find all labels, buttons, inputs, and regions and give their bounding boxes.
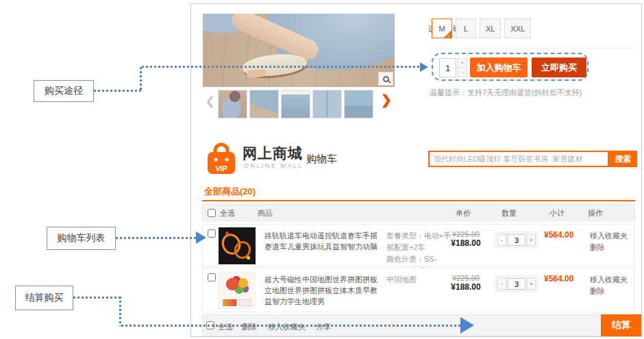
col-select-all[interactable]: 全选	[220, 208, 235, 218]
magnifier-icon	[383, 76, 389, 82]
svg-text:VIP: VIP	[215, 164, 227, 173]
page: ❮ ❯ 选择尺码： M L XL XXL + - 加入购物车 立即购买 温馨提示…	[0, 0, 644, 339]
image-zoom-button[interactable]	[378, 72, 393, 86]
map-shape	[224, 275, 251, 297]
purchase-path-highlight	[432, 53, 589, 81]
product-title[interactable]: 路轨轨道车电动遥控轨道赛车手摇赛道车儿童男孩玩具益智智力动脑	[264, 230, 384, 252]
thumbnail-strip	[218, 90, 373, 118]
cart-row-1: 路轨轨道车电动遥控轨道赛车手摇赛道车儿童男孩玩具益智智力动脑 套餐类型：电动+手…	[202, 224, 635, 266]
tab-underline	[202, 200, 635, 201]
delete-link[interactable]: 删除	[590, 242, 628, 253]
checkout-button[interactable]: 结算	[601, 314, 641, 336]
row-actions: 移入收藏夹 删除	[590, 274, 628, 297]
divider	[428, 48, 636, 49]
thumbnail-3[interactable]	[281, 90, 310, 118]
increase-button[interactable]: +	[527, 234, 536, 246]
decrease-button[interactable]: -	[497, 234, 506, 246]
row-quantity-input[interactable]	[508, 278, 525, 290]
original-price: ¥225.00	[448, 230, 484, 238]
col-unit-price: 单价	[456, 208, 471, 218]
original-price: ¥225.00	[448, 274, 484, 282]
product-title[interactable]: 超大号磁性中国地图世界拼图拼板立地图世界拼图拼板立体木质早教益智力学生地理男	[264, 274, 384, 307]
size-chip-xl[interactable]: XL	[480, 18, 501, 38]
product-image-track-toy[interactable]	[219, 227, 256, 264]
search-input[interactable]	[428, 151, 609, 167]
table-header: 全选 商品 单价 数量 小计 操作	[202, 204, 635, 221]
col-quantity: 数量	[501, 208, 517, 218]
thumbnail-4[interactable]	[312, 90, 342, 118]
row-quantity-stepper: - +	[495, 275, 538, 292]
search-button[interactable]: 搜索	[609, 151, 637, 167]
purchase-path-connector	[140, 67, 142, 92]
subtotal-value: ¥564.00	[544, 274, 573, 284]
price-cell: ¥225.00 ¥188.00	[448, 230, 484, 248]
row-checkbox[interactable]	[208, 229, 216, 238]
row-actions: 移入收藏夹 删除	[590, 230, 628, 253]
decrease-button[interactable]: -	[497, 278, 506, 290]
product-image-map-puzzle[interactable]	[219, 272, 256, 309]
subtotal-value: ¥564.00	[544, 230, 573, 240]
checkout-connector	[121, 325, 462, 327]
cart-list-connector	[116, 237, 197, 239]
site-subtitle: ONLINE MALL	[244, 162, 304, 169]
footer-move-favorites-link[interactable]: 移入收藏夹	[268, 322, 306, 332]
move-to-favorites-link[interactable]: 移入收藏夹	[590, 230, 628, 242]
thumbnail-1[interactable]	[218, 90, 247, 118]
toes-shape	[247, 69, 267, 79]
cart-row-2: 超大号磁性中国地图世界拼图拼板立地图世界拼图拼板立体木质早教益智力学生地理男 中…	[202, 268, 635, 312]
footer-delete-link[interactable]: 删除	[242, 322, 257, 332]
size-chip-m[interactable]: M	[432, 18, 452, 38]
footer-share-link[interactable]: 分享	[316, 322, 331, 332]
prev-thumbnail-icon[interactable]: ❮	[206, 96, 214, 107]
checkout-connector	[73, 297, 121, 299]
thumbnail-5[interactable]	[344, 90, 373, 118]
vip-bag-logo-icon: VIP	[205, 141, 238, 175]
tab-all-items[interactable]: 全部商品(20)	[204, 186, 256, 198]
select-all-checkbox[interactable]	[208, 209, 216, 217]
size-options: M L XL XXL	[432, 18, 531, 38]
current-price: ¥188.00	[448, 282, 484, 292]
checkout-arrow-icon	[460, 317, 474, 334]
page-title: 购物车	[306, 153, 337, 166]
map-mini	[223, 299, 236, 306]
track-dot	[247, 256, 250, 260]
site-title: 网上商城	[243, 144, 303, 163]
map-mini	[239, 299, 251, 306]
row-quantity-input[interactable]	[508, 234, 525, 246]
return-policy-tip: 温馨提示：支持7天无理由退货(拆封后不支持)	[430, 88, 582, 98]
col-product: 商品	[258, 208, 273, 218]
size-chip-xxl[interactable]: XXL	[504, 18, 531, 38]
next-thumbnail-icon[interactable]: ❯	[381, 93, 392, 106]
delete-link[interactable]: 删除	[590, 286, 628, 297]
callout-cart-list: 购物车列表	[47, 227, 116, 250]
track-dot	[225, 231, 229, 235]
checkout-connector	[119, 297, 121, 326]
thumbnail-2[interactable]	[249, 90, 279, 118]
callout-checkout: 结算购买	[15, 286, 73, 310]
col-actions: 操作	[588, 208, 603, 218]
row-checkbox[interactable]	[208, 273, 216, 281]
purchase-path-connector	[142, 66, 420, 68]
row-quantity-stepper: - +	[495, 231, 538, 249]
callout-purchase-path: 购买途径	[34, 80, 94, 102]
move-to-favorites-link[interactable]: 移入收藏夹	[590, 274, 628, 286]
size-chip-l[interactable]: L	[456, 18, 476, 38]
cart-list-arrow-icon	[196, 231, 206, 244]
product-main-image[interactable]	[203, 14, 395, 87]
price-cell: ¥225.00 ¥188.00	[448, 274, 484, 292]
purchase-path-connector	[94, 90, 142, 92]
col-subtotal: 小计	[549, 208, 565, 218]
footer-select-all-link[interactable]: 全选	[218, 322, 233, 332]
purchase-path-arrow-icon	[420, 62, 428, 72]
current-price: ¥188.00	[448, 238, 484, 248]
increase-button[interactable]: +	[527, 278, 536, 290]
